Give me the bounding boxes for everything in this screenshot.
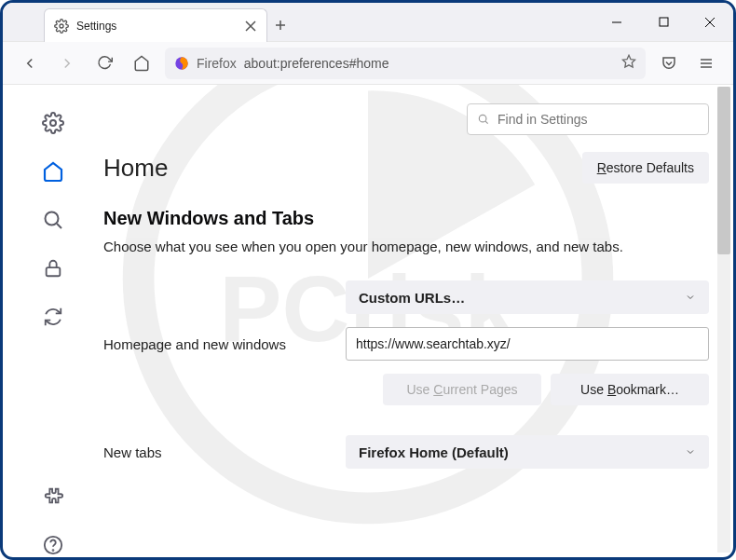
gear-icon — [54, 19, 69, 34]
vertical-scrollbar[interactable] — [717, 87, 730, 553]
use-current-pages-button[interactable]: Use Current Pages — [383, 374, 541, 405]
browser-tab[interactable]: Settings — [44, 8, 267, 42]
pocket-button[interactable] — [655, 49, 683, 77]
homepage-mode-select[interactable]: Custom URLs… — [346, 280, 709, 314]
sidebar-general-icon[interactable] — [41, 111, 65, 135]
sidebar-sync-icon[interactable] — [41, 305, 65, 329]
firefox-icon — [174, 56, 189, 71]
nav-toolbar: Firefox about:preferences#home — [3, 42, 733, 85]
minimize-button[interactable] — [593, 3, 640, 41]
home-nav-button[interactable] — [128, 49, 156, 77]
new-tab-button[interactable] — [267, 8, 293, 41]
close-tab-icon[interactable] — [244, 20, 257, 33]
newtabs-select[interactable]: Firefox Home (Default) — [346, 435, 709, 469]
sidebar-privacy-icon[interactable] — [41, 256, 65, 280]
forward-button[interactable] — [53, 49, 81, 77]
window-controls — [593, 3, 733, 41]
identity-label: Firefox — [197, 56, 237, 71]
title-bar: Settings — [3, 3, 733, 42]
svg-rect-3 — [660, 18, 668, 26]
close-window-button[interactable] — [687, 3, 733, 41]
svg-point-2 — [60, 24, 63, 28]
reload-button[interactable] — [90, 49, 118, 77]
restore-defaults-button[interactable]: Restore Defaults — [582, 152, 709, 184]
settings-sidebar — [3, 85, 103, 557]
search-icon — [477, 113, 490, 126]
svg-point-7 — [46, 212, 59, 225]
sidebar-search-icon[interactable] — [41, 208, 65, 232]
settings-search[interactable] — [467, 103, 709, 135]
homepage-mode-value: Custom URLs… — [359, 290, 465, 306]
scrollbar-thumb[interactable] — [717, 87, 730, 254]
maximize-button[interactable] — [640, 3, 687, 41]
use-bookmark-button[interactable]: Use Bookmark… — [551, 374, 709, 405]
tab-title: Settings — [76, 20, 237, 33]
url-bar[interactable]: Firefox about:preferences#home — [165, 48, 646, 79]
svg-marker-5 — [622, 55, 634, 67]
chevron-down-icon — [685, 444, 696, 460]
bookmark-star-icon[interactable] — [621, 54, 636, 72]
back-button[interactable] — [16, 49, 44, 77]
sidebar-help-icon[interactable] — [41, 533, 65, 557]
url-text: about:preferences#home — [244, 56, 389, 71]
svg-point-10 — [53, 550, 54, 551]
sidebar-home-icon[interactable] — [41, 159, 65, 184]
newtabs-label: New tabs — [103, 444, 346, 460]
svg-rect-8 — [47, 267, 61, 276]
svg-point-6 — [50, 120, 56, 126]
page-title: Home — [103, 154, 168, 183]
settings-main: Home Restore Defaults New Windows and Ta… — [103, 85, 733, 557]
sidebar-extensions-icon[interactable] — [41, 485, 65, 509]
newtabs-value: Firefox Home (Default) — [359, 444, 509, 460]
homepage-url-input[interactable] — [346, 327, 709, 361]
app-menu-button[interactable] — [692, 49, 720, 77]
settings-search-input[interactable] — [497, 112, 699, 127]
section-heading: New Windows and Tabs — [103, 208, 709, 229]
homepage-label: Homepage and new windows — [103, 336, 346, 352]
svg-point-11 — [479, 115, 486, 122]
section-description: Choose what you see when you open your h… — [103, 237, 709, 256]
chevron-down-icon — [685, 290, 696, 306]
